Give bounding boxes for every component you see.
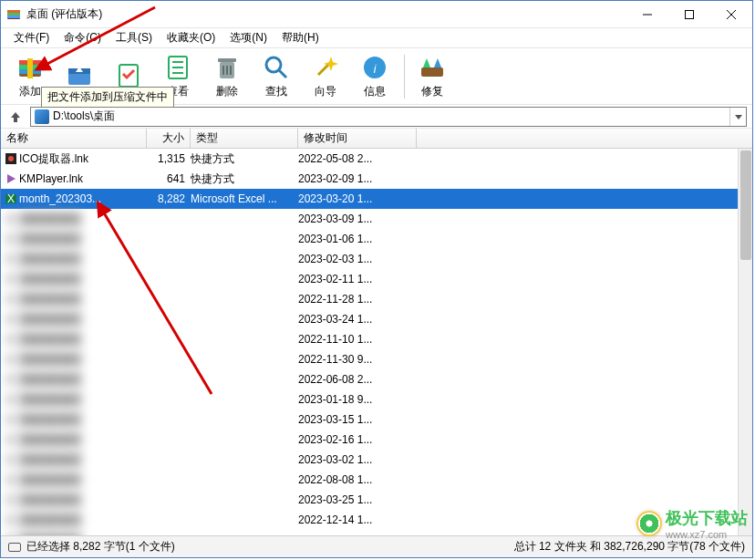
table-row[interactable]: ████████2022-12-14 1... <box>1 510 738 530</box>
file-icon <box>1 233 17 245</box>
address-combo[interactable]: D:\tools\桌面 <box>30 107 747 127</box>
file-mtime: 2023-02-11 1... <box>298 273 417 285</box>
find-button[interactable]: 查找 <box>253 51 300 102</box>
file-icon <box>1 353 17 366</box>
table-row[interactable]: ████████2023-02-16 1... <box>1 430 738 450</box>
table-row[interactable]: ████████2023-03-25 1... <box>1 490 738 510</box>
file-mtime: 2022-11-10 1... <box>298 333 417 346</box>
file-name: ICO提取器.lnk <box>17 151 147 167</box>
file-icon <box>1 172 17 185</box>
menu-options[interactable]: 选项(N) <box>222 28 274 47</box>
file-icon <box>1 534 17 535</box>
col-mtime[interactable]: 修改时间 <box>298 129 417 148</box>
table-row[interactable]: ████████2023-01-18 9... <box>1 389 738 410</box>
file-name: month_202303... <box>17 192 147 205</box>
table-row[interactable]: ████████2023-03-09 1... <box>1 209 738 229</box>
file-size: 1,315 <box>147 152 191 165</box>
repair-icon <box>418 53 447 82</box>
file-name: ████████ <box>17 373 147 386</box>
file-type: 快捷方式 <box>191 151 298 167</box>
view-icon <box>163 53 192 82</box>
file-name: ████████ <box>17 233 147 245</box>
table-row[interactable]: ████████2023-03-17 1... <box>1 530 738 535</box>
svg-rect-35 <box>6 214 16 223</box>
find-label: 查找 <box>265 84 287 99</box>
svg-rect-50 <box>6 515 16 524</box>
column-headers: 名称 大小 类型 修改时间 <box>1 129 752 149</box>
menu-commands[interactable]: 命令(C) <box>57 28 109 47</box>
file-icon <box>1 493 17 506</box>
scrollbar-thumb[interactable] <box>740 150 751 260</box>
svg-rect-40 <box>6 315 16 324</box>
table-row[interactable]: ████████2023-03-15 1... <box>1 410 738 430</box>
file-icon <box>1 293 17 306</box>
col-name[interactable]: 名称 <box>1 129 147 148</box>
table-row[interactable]: ████████2022-11-10 1... <box>1 329 738 349</box>
table-row[interactable]: Xmonth_202303...8,282Microsoft Excel ...… <box>1 189 738 209</box>
repair-button[interactable]: 修复 <box>409 51 456 102</box>
file-mtime: 2022-11-28 1... <box>298 293 417 306</box>
table-row[interactable]: ████████2023-01-06 1... <box>1 229 738 249</box>
file-list[interactable]: ICO提取器.lnk1,315快捷方式2022-05-08 2...KMPlay… <box>1 149 738 535</box>
svg-rect-5 <box>686 10 694 18</box>
svg-rect-44 <box>6 395 16 404</box>
status-left: 已经选择 8,282 字节(1 个文件) <box>26 539 175 555</box>
find-icon <box>262 53 291 82</box>
svg-rect-36 <box>6 234 16 244</box>
table-row[interactable]: ████████2023-02-03 1... <box>1 249 738 269</box>
close-button[interactable] <box>710 1 752 28</box>
table-row[interactable]: ████████2023-02-11 1... <box>1 269 738 289</box>
menu-tools[interactable]: 工具(S) <box>109 28 160 47</box>
file-name: ████████ <box>17 513 147 526</box>
svg-rect-46 <box>6 435 16 444</box>
menu-fav[interactable]: 收藏夹(O) <box>160 28 222 47</box>
file-mtime: 2023-03-25 1... <box>298 493 417 506</box>
table-row[interactable]: ████████2023-03-02 1... <box>1 450 738 470</box>
titlebar: 桌面 (评估版本) <box>1 1 752 28</box>
svg-rect-39 <box>6 295 16 304</box>
file-mtime: 2022-05-08 2... <box>298 152 417 165</box>
file-mtime: 2023-03-15 1... <box>298 413 417 426</box>
extract-icon <box>65 61 94 90</box>
file-icon: X <box>1 192 17 205</box>
file-mtime: 2023-03-17 1... <box>298 534 417 535</box>
repair-label: 修复 <box>421 84 443 99</box>
col-type[interactable]: 类型 <box>191 129 298 148</box>
file-mtime: 2023-03-02 1... <box>298 453 417 466</box>
delete-icon <box>212 53 242 82</box>
scrollbar[interactable] <box>738 149 752 535</box>
maximize-button[interactable] <box>668 1 710 28</box>
table-row[interactable]: ████████2022-08-08 1... <box>1 470 738 490</box>
delete-button[interactable]: 删除 <box>203 51 251 102</box>
file-mtime: 2022-06-08 2... <box>298 373 417 386</box>
address-dropdown[interactable] <box>729 108 746 126</box>
file-mtime: 2023-02-09 1... <box>298 172 417 185</box>
info-button[interactable]: i 信息 <box>351 51 398 102</box>
file-icon <box>1 473 17 486</box>
file-type: Microsoft Excel ... <box>191 192 298 205</box>
minimize-button[interactable] <box>626 1 668 28</box>
table-row[interactable]: ████████2022-11-28 1... <box>1 289 738 309</box>
table-row[interactable]: ████████2022-06-08 2... <box>1 369 738 389</box>
up-folder-button[interactable] <box>6 108 25 126</box>
table-row[interactable]: KMPlayer.lnk641快捷方式2023-02-09 1... <box>1 169 738 189</box>
col-size[interactable]: 大小 <box>147 129 191 148</box>
file-mtime: 2023-02-16 1... <box>298 433 417 446</box>
menu-file[interactable]: 文件(F) <box>6 28 57 47</box>
table-row[interactable]: ICO提取器.lnk1,315快捷方式2022-05-08 2... <box>1 149 738 169</box>
file-icon <box>1 393 17 406</box>
wizard-button[interactable]: 向导 <box>302 51 349 102</box>
table-row[interactable]: ████████2023-03-24 1... <box>1 309 738 329</box>
file-icon <box>1 453 17 466</box>
file-name: ████████ <box>17 453 147 466</box>
file-name: ████████ <box>17 213 147 225</box>
svg-rect-48 <box>6 475 16 484</box>
statusbar: 已经选择 8,282 字节(1 个文件) 总计 12 文件夹 和 382,726… <box>1 535 752 557</box>
table-row[interactable]: ████████2022-11-30 9... <box>1 349 738 369</box>
svg-rect-21 <box>218 58 236 62</box>
menu-help[interactable]: 帮助(H) <box>274 28 326 47</box>
status-left-group: 已经选择 8,282 字节(1 个文件) <box>8 539 175 555</box>
file-name: ████████ <box>17 493 147 506</box>
scroll-area: ICO提取器.lnk1,315快捷方式2022-05-08 2...KMPlay… <box>1 149 752 535</box>
file-mtime: 2023-01-18 9... <box>298 393 417 406</box>
